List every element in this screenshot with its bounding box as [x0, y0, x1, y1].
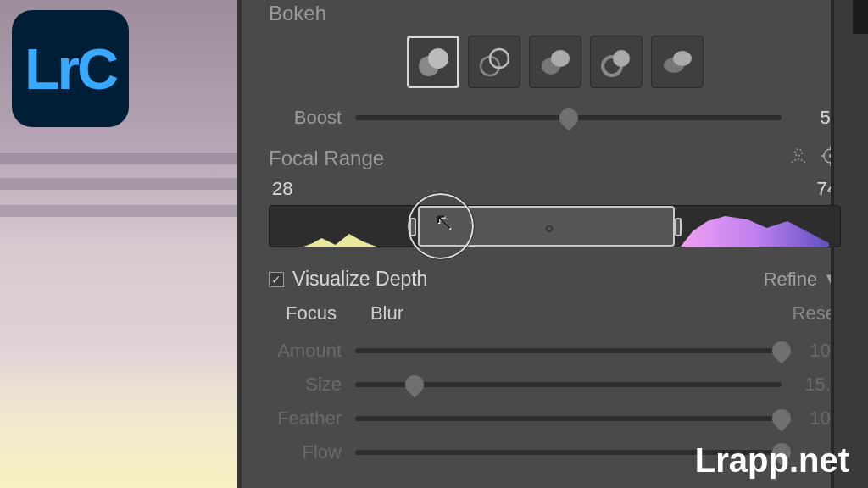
- svg-marker-18: [681, 216, 829, 247]
- svg-point-1: [428, 48, 448, 69]
- blur-brush-button[interactable]: Blur: [370, 302, 403, 324]
- depth-histogram-right: [681, 213, 829, 247]
- refine-label: Refine: [764, 269, 818, 291]
- amount-label: Amount: [269, 340, 355, 362]
- svg-point-9: [673, 51, 692, 66]
- size-slider-thumb[interactable]: [402, 371, 428, 397]
- lightroom-classic-app-icon: LrC: [12, 10, 129, 127]
- range-center-dot: [546, 225, 553, 232]
- bokeh-shape-row: [269, 36, 841, 88]
- size-slider[interactable]: [355, 382, 782, 387]
- subject-select-icon[interactable]: [788, 146, 809, 171]
- feather-slider[interactable]: [355, 416, 782, 421]
- focal-range-title: Focal Range: [269, 147, 384, 170]
- focus-brush-button[interactable]: Focus: [286, 302, 337, 324]
- bokeh-shape-catseye[interactable]: [651, 36, 704, 88]
- svg-point-5: [551, 50, 570, 67]
- lens-blur-panel: Bokeh Boost: [237, 0, 868, 488]
- visualize-depth-label: Visualize Depth: [292, 268, 427, 291]
- depth-histogram-left: [303, 213, 395, 247]
- bokeh-shape-blade[interactable]: [529, 36, 581, 88]
- size-label: Size: [269, 374, 355, 396]
- visualize-depth-checkbox[interactable]: ✓: [269, 272, 284, 287]
- svg-point-10: [795, 149, 802, 156]
- focal-range-slider[interactable]: ↖: [269, 205, 841, 247]
- bokeh-solid-overlap-icon: [415, 44, 451, 80]
- app-icon-label: LrC: [25, 36, 116, 102]
- bokeh-shape-circle[interactable]: [407, 36, 459, 88]
- bokeh-soft-left-icon: [537, 44, 573, 80]
- feather-label: Feather: [269, 408, 355, 430]
- bokeh-section-title: Bokeh: [269, 2, 841, 25]
- bokeh-ring-overlap-icon: [476, 44, 512, 80]
- focal-range-values: 28 74: [269, 178, 841, 200]
- focal-range-low[interactable]: 28: [272, 178, 292, 200]
- boost-slider-thumb[interactable]: [555, 104, 581, 130]
- amount-slider[interactable]: [355, 348, 782, 353]
- svg-marker-17: [303, 234, 395, 247]
- watermark: Lrapp.net: [695, 441, 849, 480]
- focal-range-header: Focal Range: [269, 146, 841, 171]
- window-edge: [853, 0, 868, 34]
- focal-range-window[interactable]: [418, 206, 675, 247]
- boost-slider-row: Boost 50: [269, 107, 841, 129]
- flow-label: Flow: [269, 441, 355, 463]
- focal-range-handle-left[interactable]: [409, 218, 416, 236]
- focal-range-handle-right[interactable]: [675, 218, 682, 236]
- boost-slider[interactable]: [355, 115, 782, 120]
- bokeh-shape-bubble[interactable]: [468, 36, 520, 88]
- bokeh-shape-ring[interactable]: [590, 36, 643, 88]
- bokeh-ring-soft-icon: [598, 44, 634, 80]
- bokeh-soft-solid-icon: [659, 44, 695, 80]
- refine-toggle[interactable]: Refine ▼: [764, 269, 841, 291]
- boost-label: Boost: [269, 107, 355, 129]
- svg-point-7: [613, 50, 630, 67]
